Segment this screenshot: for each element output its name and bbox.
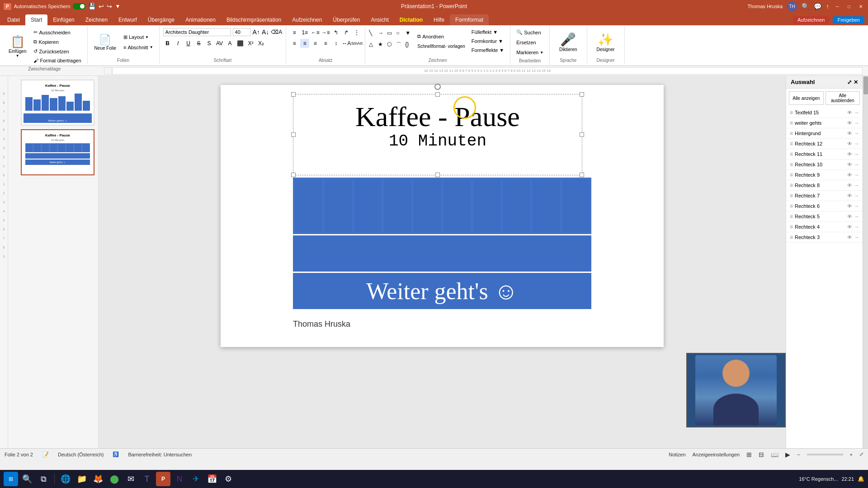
bullet-list-btn[interactable]: ≡ [290,28,299,37]
layer-item-4[interactable]: ≡ Rechteck 11 👁 → [786,149,863,160]
shape-more[interactable]: ▼ [405,30,413,40]
share-icon[interactable]: ↑ [826,3,829,10]
layer-item-5[interactable]: ≡ Rechteck 10 👁 → [786,160,863,170]
increase-indent-btn[interactable]: →≡ [321,28,330,37]
layer-eye-4[interactable]: 👁 [847,151,852,157]
notes-btn[interactable]: Notizen [669,452,685,457]
align-left-btn[interactable]: ≡ [290,39,299,48]
tab-datei[interactable]: Datei [2,14,25,25]
strikethrough-button[interactable]: S [194,39,203,48]
layer-arrow-10[interactable]: → [854,214,859,219]
chrome-btn[interactable]: ⬤ [107,472,122,486]
layer-item-9[interactable]: ≡ Rechteck 6 👁 → [786,201,863,211]
onenote-btn[interactable]: N [172,472,187,486]
layer-arrow-8[interactable]: → [854,193,859,198]
canvas-area[interactable]: Kaffee - Pause 10 Minuten [99,76,786,448]
decrease-indent-btn[interactable]: ←≡ [311,28,320,37]
outlook-btn[interactable]: ✉ [123,472,138,486]
layer-arrow-4[interactable]: → [854,151,859,157]
comments-icon[interactable]: 💬 [814,3,821,10]
line-spacing-btn[interactable]: ↕ [331,39,340,48]
char-spacing-button[interactable]: AV [215,39,224,48]
language-status[interactable]: Deutsch (Österreich) [58,452,104,457]
shape-circle[interactable]: ○ [396,30,404,40]
fill-button[interactable]: Fülleffekt▼ [469,28,506,36]
layer-arrow-2[interactable]: → [854,131,859,136]
aufzeichnen-header-btn[interactable]: Aufzeichnen [793,16,830,23]
tab-start[interactable]: Start [25,14,47,25]
search-taskbar-btn[interactable]: 🔍 [20,472,34,486]
layer-arrow-7[interactable]: → [854,183,859,188]
panel-expand-icon[interactable]: ⤢ [847,79,852,85]
hide-all-button[interactable]: Alle ausblenden [826,91,860,105]
display-settings-btn[interactable]: Anzeigeeinstellungen [693,452,740,457]
font-shrink-icon[interactable]: A↓ [262,28,269,36]
highlight-btn[interactable]: ⬛ [236,39,245,48]
layer-eye-10[interactable]: 👁 [847,214,852,219]
layer-arrow-6[interactable]: → [854,172,859,178]
show-all-button[interactable]: Alle anzeigen [789,91,824,105]
font-size-input[interactable] [233,28,251,36]
designer-button[interactable]: ✨ Designer [591,28,621,56]
layer-eye-3[interactable]: 👁 [847,141,852,146]
handle-top-left[interactable] [291,92,296,97]
tab-entwurf[interactable]: Entwurf [113,14,142,25]
layer-item-2[interactable]: ≡ Hintergrund 👁 → [786,128,863,139]
section-button[interactable]: ≡ Abschnitt ▼ [121,43,156,52]
align-right-btn[interactable]: ≡ [311,39,320,48]
file-explorer-btn[interactable]: 📁 [75,472,89,486]
firefox-btn[interactable]: 🦊 [91,472,105,486]
outline-button[interactable]: Formkontur▼ [469,37,506,45]
bold-button[interactable]: B [163,39,172,48]
zoom-in-btn[interactable]: + [850,452,853,457]
layer-eye-1[interactable]: 👁 [847,120,852,126]
telegram-btn[interactable]: ✈ [189,472,203,486]
powerpoint-taskbar-btn[interactable]: P [156,472,170,486]
maximize-btn[interactable]: □ [845,3,853,10]
view-slide-sorter-icon[interactable]: ⊟ [759,451,764,458]
scroll-thumb[interactable] [863,76,868,94]
calendar-btn[interactable]: 📅 [205,472,219,486]
settings-btn[interactable]: ⚙ [221,472,236,486]
search-icon[interactable]: 🔍 [802,3,809,10]
italic-button[interactable]: I [174,39,183,48]
paste-button[interactable]: 📋 Einfügen ▼ [5,33,29,60]
layout-button[interactable]: ⊞ Layout ▼ [121,33,156,42]
shape-line[interactable]: ╲ [369,30,377,40]
justify-btn[interactable]: ≡ [321,39,330,48]
shape-curve[interactable]: ⌒ [396,41,404,53]
cut-button[interactable]: ✂ Ausschneiden [31,28,83,37]
paste-arrow[interactable]: ▼ [16,54,19,58]
layer-eye-6[interactable]: 👁 [847,172,852,178]
shape-brace[interactable]: {} [405,41,413,53]
edge-browser-btn[interactable]: 🌐 [58,472,73,486]
more-btn[interactable]: ▼ [115,3,120,9]
reset-button[interactable]: ↺ Zurücksetzen [31,47,83,56]
zoom-slider[interactable] [807,454,843,455]
panel-close-icon[interactable]: ✕ [854,79,858,85]
tab-uebergaenge[interactable]: Übergänge [142,14,180,25]
close-btn[interactable]: ✕ [857,3,864,10]
layer-arrow-1[interactable]: → [854,120,859,126]
tab-dictation[interactable]: Dictation [394,14,428,25]
rotate-handle[interactable] [434,84,441,90]
layer-arrow-11[interactable]: → [854,224,859,230]
layer-item-1[interactable]: ≡ weiter gehts 👁 → [786,118,863,128]
tab-animationen[interactable]: Animationen [180,14,221,25]
new-slide-button[interactable]: 📄 Neue Folie [91,28,119,56]
ltr-btn[interactable]: ↱ [342,28,351,37]
task-view-btn[interactable]: ⧉ [36,472,51,486]
redo-icon[interactable]: ↪ [107,3,112,10]
font-name-input[interactable] [163,28,231,36]
fit-page-btn[interactable]: ⤢ [859,451,863,457]
notification-btn[interactable]: 🔔 [858,476,864,482]
freigeben-header-btn[interactable]: Freigeben [833,16,864,23]
layer-item-7[interactable]: ≡ Rechteck 8 👁 → [786,180,863,191]
handle-top-mid[interactable] [435,92,440,97]
accessibility-status[interactable]: Barrierefreiheit: Untersuchen [128,452,192,457]
layer-arrow-9[interactable]: → [854,203,859,209]
copy-button[interactable]: ⧉ Kopieren [31,38,83,46]
shape-tri[interactable]: △ [369,41,377,53]
handle-left-mid[interactable] [291,132,296,137]
font-grow-icon[interactable]: A↑ [253,28,260,36]
